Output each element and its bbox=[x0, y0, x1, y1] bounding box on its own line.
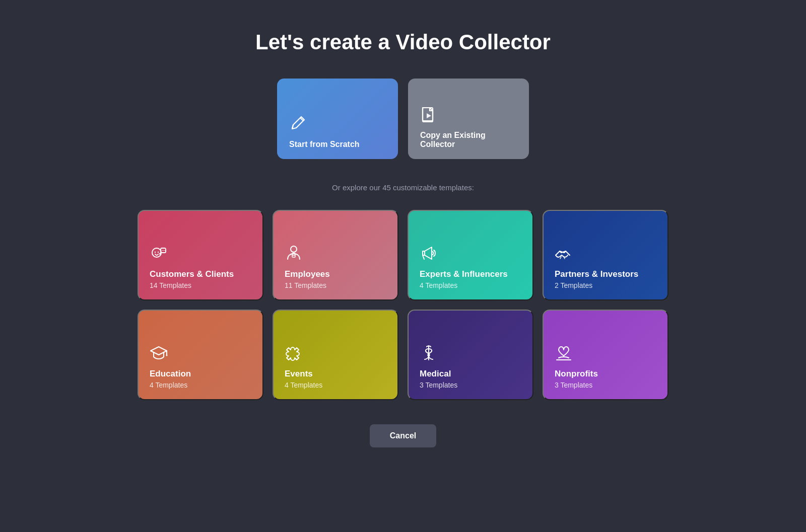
svg-point-8 bbox=[164, 250, 165, 251]
employees-count: 11 Templates bbox=[285, 281, 326, 289]
partners-count: 2 Templates bbox=[555, 281, 592, 289]
experts-title: Experts & Influencers bbox=[420, 269, 508, 279]
svg-point-3 bbox=[155, 252, 156, 253]
pencil-icon bbox=[289, 115, 307, 133]
employees-title: Employees bbox=[285, 269, 330, 279]
svg-point-2 bbox=[152, 248, 161, 257]
person-icon bbox=[285, 244, 303, 262]
medical-count: 3 Templates bbox=[420, 381, 457, 389]
events-title: Events bbox=[285, 369, 313, 379]
svg-point-12 bbox=[166, 355, 168, 356]
customers-count: 14 Templates bbox=[150, 281, 191, 289]
template-card-medical[interactable]: Medical 3 Templates bbox=[408, 310, 533, 400]
action-cards-container: Start from Scratch Copy an Existing Coll… bbox=[277, 79, 529, 159]
cancel-button[interactable]: Cancel bbox=[370, 424, 436, 447]
svg-point-7 bbox=[163, 250, 164, 251]
ticket-icon bbox=[285, 344, 303, 362]
template-card-employees[interactable]: Employees 11 Templates bbox=[273, 210, 398, 300]
template-card-education[interactable]: Education 4 Templates bbox=[138, 310, 263, 400]
nonprofits-title: Nonprofits bbox=[555, 369, 598, 379]
svg-point-6 bbox=[162, 250, 163, 251]
copy-existing-label: Copy an Existing Collector bbox=[420, 131, 517, 149]
start-from-scratch-label: Start from Scratch bbox=[289, 140, 360, 149]
experts-count: 4 Templates bbox=[420, 281, 457, 289]
graduation-icon bbox=[150, 344, 168, 362]
megaphone-icon bbox=[420, 244, 438, 262]
template-card-events[interactable]: Events 4 Templates bbox=[273, 310, 398, 400]
copy-existing-button[interactable]: Copy an Existing Collector bbox=[408, 79, 529, 159]
template-card-customers[interactable]: Customers & Clients 14 Templates bbox=[138, 210, 263, 300]
template-card-partners[interactable]: Partners & Investors 2 Templates bbox=[543, 210, 668, 300]
handshake-icon bbox=[555, 244, 573, 262]
customers-title: Customers & Clients bbox=[150, 269, 234, 279]
video-file-icon bbox=[420, 106, 438, 124]
svg-point-9 bbox=[291, 246, 297, 252]
education-count: 4 Templates bbox=[150, 381, 187, 389]
partners-title: Partners & Investors bbox=[555, 269, 638, 279]
explore-text: Or explore our 45 customizable templates… bbox=[332, 183, 474, 192]
svg-marker-1 bbox=[427, 113, 431, 118]
svg-point-4 bbox=[158, 252, 159, 253]
heart-hand-icon bbox=[555, 344, 573, 362]
face-chat-icon bbox=[150, 244, 168, 262]
page-title: Let's create a Video Collector bbox=[255, 30, 551, 54]
medical-title: Medical bbox=[420, 369, 451, 379]
template-grid: Customers & Clients 14 Templates Employe… bbox=[138, 210, 668, 400]
caduceus-icon bbox=[420, 344, 438, 362]
nonprofits-count: 3 Templates bbox=[555, 381, 592, 389]
template-card-experts[interactable]: Experts & Influencers 4 Templates bbox=[408, 210, 533, 300]
start-from-scratch-button[interactable]: Start from Scratch bbox=[277, 79, 398, 159]
template-card-nonprofits[interactable]: Nonprofits 3 Templates bbox=[543, 310, 668, 400]
events-count: 4 Templates bbox=[285, 381, 322, 389]
education-title: Education bbox=[150, 369, 191, 379]
svg-marker-11 bbox=[151, 347, 167, 355]
